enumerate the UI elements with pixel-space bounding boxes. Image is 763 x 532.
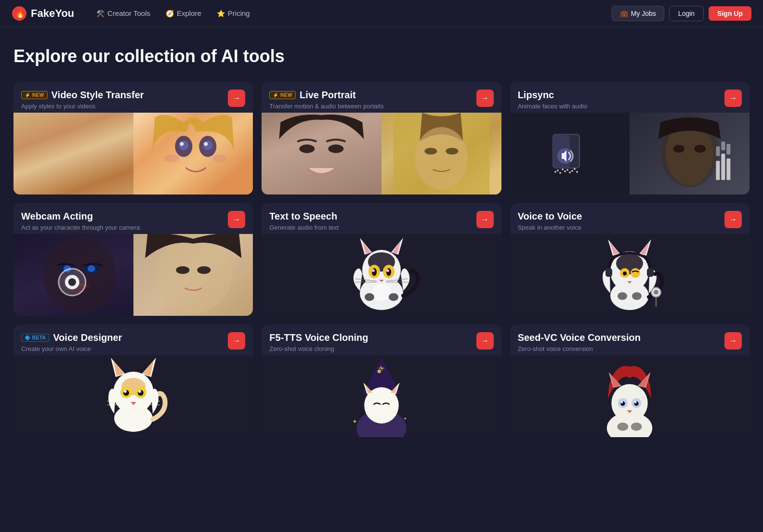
- card-image-inner: [262, 113, 501, 195]
- card-image: [510, 234, 750, 316]
- login-button[interactable]: Login: [669, 6, 704, 21]
- svg-text:🔥: 🔥: [15, 9, 25, 18]
- card-title-row: F5-TTS Voice Cloning: [269, 332, 476, 343]
- nav-pricing[interactable]: ⭐ Pricing: [210, 6, 257, 20]
- arrow-button[interactable]: →: [724, 332, 742, 350]
- svg-point-48: [155, 236, 232, 313]
- card-webcam-acting[interactable]: Webcam Acting Act as your character thro…: [13, 203, 253, 316]
- card-live-portrait[interactable]: ⚡ NEW Live Portrait Transfer motion & au…: [262, 82, 501, 195]
- anime-face-svg: [133, 113, 253, 195]
- badge-new: ⚡ NEW: [21, 91, 48, 99]
- face-left: [262, 113, 382, 195]
- card-title-group: ⚡ NEW Live Portrait Transfer motion & au…: [269, 90, 476, 110]
- svg-rect-37: [716, 146, 720, 156]
- card-seed-vc[interactable]: Seed-VC Voice Conversion Zero-shot voice…: [510, 324, 750, 437]
- my-jobs-button[interactable]: 💼 My Jobs: [612, 6, 664, 21]
- card-text-to-speech[interactable]: Text to Speech Generate audio from text …: [262, 203, 501, 316]
- svg-rect-34: [716, 161, 720, 180]
- second-face-svg: [133, 234, 253, 316]
- card-f5-tts[interactable]: F5-TTS Voice Cloning Zero-shot voice clo…: [262, 324, 501, 437]
- card-header: ⚡ NEW Live Portrait Transfer motion & au…: [262, 82, 501, 113]
- card-subtitle: Create your own AI voice: [21, 345, 228, 352]
- card-title-row: Seed-VC Voice Conversion: [518, 332, 724, 343]
- card-video-style-transfer[interactable]: ⚡ NEW Video Style Transfer Apply styles …: [13, 82, 253, 195]
- card-image: [13, 234, 253, 316]
- nav-explore[interactable]: 🧭 Explore: [159, 6, 208, 20]
- card-title: Lipsync: [518, 90, 554, 101]
- card-title-group: F5-TTS Voice Cloning Zero-shot voice clo…: [269, 332, 476, 352]
- card-title-group: ⚡ NEW Video Style Transfer Apply styles …: [21, 90, 228, 110]
- red-cat-mascot: [591, 358, 668, 437]
- svg-point-28: [574, 168, 576, 170]
- signup-button[interactable]: Sign Up: [709, 6, 751, 21]
- nav-right: 💼 My Jobs Login Sign Up: [612, 6, 751, 21]
- creator-tools-icon: ⚒️: [96, 10, 105, 17]
- svg-point-22: [559, 172, 561, 174]
- card-lipsync[interactable]: Lipsync Animate faces with audio →: [510, 82, 750, 195]
- svg-rect-38: [722, 142, 725, 150]
- arrow-button[interactable]: →: [476, 90, 494, 107]
- arrow-button[interactable]: →: [476, 211, 494, 228]
- card-title-group: Voice to Voice Speak in another voice: [518, 211, 724, 231]
- card-voice-to-voice[interactable]: Voice to Voice Speak in another voice →: [510, 203, 750, 316]
- arrow-button[interactable]: →: [228, 211, 245, 228]
- arrow-button[interactable]: →: [476, 332, 494, 350]
- logo-icon: 🔥: [12, 6, 27, 21]
- svg-point-44: [88, 265, 95, 272]
- card-title: Voice to Voice: [518, 211, 582, 222]
- svg-point-13: [415, 127, 468, 190]
- svg-point-50: [197, 266, 210, 274]
- card-title-group: Text to Speech Generate audio from text: [269, 211, 476, 231]
- person-audio-svg: [630, 113, 750, 195]
- card-title-row: Text to Speech: [269, 211, 476, 222]
- card-title: Text to Speech: [269, 211, 337, 222]
- card-subtitle: Act as your character through your camer…: [21, 224, 228, 231]
- page-title: Explore our collection of AI tools: [13, 46, 750, 66]
- card-image: [13, 355, 253, 437]
- card-header: F5-TTS Voice Cloning Zero-shot voice clo…: [262, 324, 501, 355]
- card-title: Video Style Transfer: [52, 90, 144, 101]
- svg-rect-39: [727, 144, 731, 155]
- tools-grid: ⚡ NEW Video Style Transfer Apply styles …: [13, 82, 750, 437]
- dramatic-woman-svg: [13, 234, 145, 316]
- nav-links: ⚒️ Creator Tools 🧭 Explore ⭐ Pricing: [90, 6, 612, 20]
- navbar: 🔥 FakeYou ⚒️ Creator Tools 🧭 Explore ⭐ P…: [0, 0, 763, 27]
- svg-rect-78: [605, 268, 612, 277]
- svg-point-6: [180, 142, 184, 146]
- arrow-button[interactable]: →: [228, 90, 245, 107]
- card-image: [510, 355, 750, 437]
- card-image-inner: [13, 113, 253, 195]
- svg-point-23: [562, 169, 564, 170]
- svg-point-133: [631, 423, 642, 431]
- card-image: [262, 234, 501, 316]
- badge-beta: 🔷 BETA: [21, 334, 49, 342]
- arrow-button[interactable]: →: [724, 211, 742, 228]
- arrow-button[interactable]: →: [228, 332, 245, 350]
- card-image: ✦ ✦: [262, 355, 501, 437]
- briefcase-icon: 💼: [620, 10, 628, 17]
- brand-logo[interactable]: 🔥 FakeYou: [12, 6, 74, 21]
- card-image-inner: [510, 355, 750, 437]
- svg-rect-79: [647, 268, 654, 277]
- arrow-button[interactable]: →: [724, 90, 742, 107]
- svg-point-7: [204, 142, 208, 146]
- svg-point-11: [329, 144, 344, 153]
- card-title: Webcam Acting: [21, 211, 93, 222]
- nav-creator-tools[interactable]: ⚒️ Creator Tools: [90, 6, 157, 20]
- svg-point-49: [176, 266, 189, 274]
- svg-rect-35: [722, 154, 725, 180]
- face-right: [382, 113, 501, 195]
- svg-rect-36: [727, 158, 731, 180]
- svg-point-70: [389, 293, 398, 301]
- brand-name: FakeYou: [31, 7, 74, 20]
- card-image-inner: [510, 234, 750, 316]
- card-voice-designer[interactable]: 🔷 BETA Voice Designer Create your own AI…: [13, 324, 253, 437]
- card-subtitle: Zero-shot voice cloning: [269, 345, 476, 352]
- mona-lisa-svg: [382, 113, 501, 195]
- card-subtitle: Apply styles to your videos: [21, 103, 228, 110]
- svg-point-4: [179, 141, 188, 150]
- dj-cat-mascot: [589, 235, 671, 315]
- svg-point-130: [621, 401, 623, 403]
- cat-mascot-tts: [343, 235, 420, 315]
- card-subtitle: Zero-shot voice conversion: [518, 345, 724, 352]
